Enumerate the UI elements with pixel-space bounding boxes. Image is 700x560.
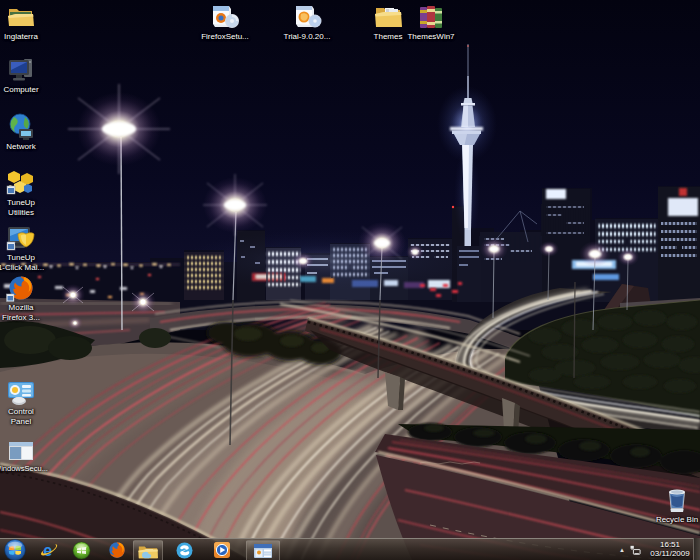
svg-text:e: e [43, 541, 52, 558]
